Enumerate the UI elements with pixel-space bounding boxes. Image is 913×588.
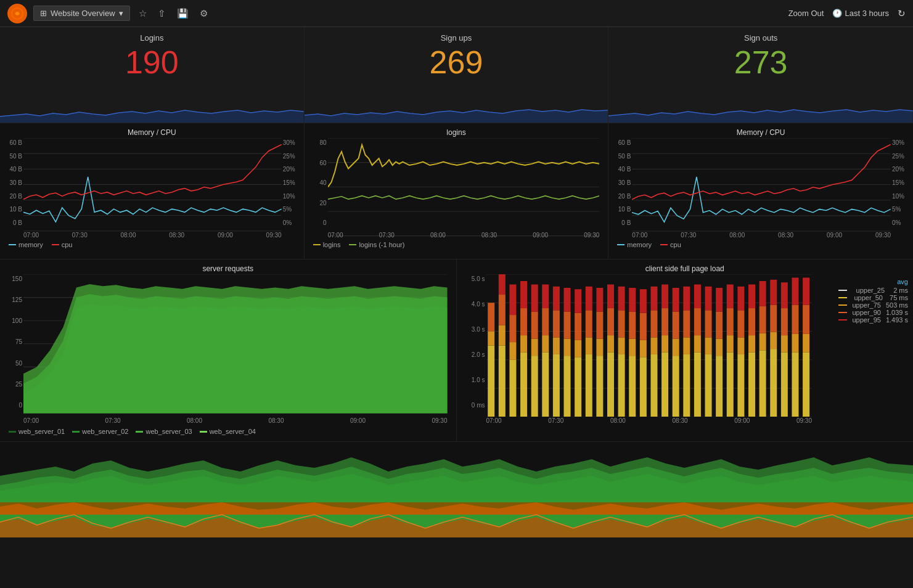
clock-icon: 🕐: [832, 9, 842, 18]
memory-cpu-panel-2: Memory / CPU 60 B50 B40 B30 B20 B10 B0 B…: [608, 123, 913, 259]
web4-color: [200, 431, 207, 433]
settings-button[interactable]: ⚙: [197, 6, 210, 22]
svg-rect-99: [661, 353, 668, 417]
signups-title: Sign ups: [314, 33, 599, 43]
svg-rect-148: [792, 334, 798, 353]
zoom-out-button[interactable]: Zoom Out: [788, 9, 824, 18]
svg-rect-130: [737, 287, 744, 311]
svg-rect-120: [716, 339, 723, 356]
x-axis-2: 07:0007:3008:0008:3009:0009:30: [632, 227, 891, 240]
svg-rect-123: [726, 353, 733, 417]
svg-rect-121: [716, 312, 723, 339]
svg-rect-147: [792, 353, 798, 417]
save-button[interactable]: 💾: [174, 6, 191, 22]
svg-rect-112: [694, 335, 700, 353]
svg-rect-97: [650, 310, 657, 337]
svg-rect-128: [737, 337, 744, 354]
legend-logins-1h: logins (-1 hour): [349, 241, 404, 248]
svg-rect-41: [498, 295, 505, 325]
svg-rect-100: [661, 335, 668, 353]
memory-cpu-chart-2: 60 B50 B40 B30 B20 B10 B0 B 30%25%20%15%…: [611, 138, 911, 240]
chart-legend-1: memory cpu: [2, 240, 301, 250]
svg-rect-36: [488, 346, 494, 417]
svg-rect-73: [585, 310, 592, 337]
svg-rect-103: [672, 356, 679, 417]
svg-rect-70: [575, 289, 581, 313]
memory-label-2: memory: [627, 241, 652, 248]
svg-rect-60: [552, 337, 559, 354]
svg-rect-38: [488, 303, 494, 331]
svg-rect-61: [552, 310, 559, 337]
share-button[interactable]: ⇧: [155, 6, 168, 22]
svg-rect-122: [716, 288, 723, 312]
memory-cpu-svg-2: [632, 138, 891, 232]
chart-legend-logins: logins logins (-1 hour): [307, 240, 606, 250]
svg-rect-54: [531, 285, 538, 312]
svg-rect-154: [803, 278, 809, 305]
dashboard-title-button[interactable]: ⊞ Website Overview ▾: [33, 6, 130, 21]
svg-rect-104: [672, 339, 679, 356]
svg-rect-146: [780, 282, 787, 308]
svg-rect-114: [694, 285, 700, 309]
logins-label: logins: [323, 241, 341, 248]
svg-rect-69: [575, 313, 581, 340]
web2-label: web_server_02: [82, 428, 128, 435]
svg-rect-74: [585, 287, 592, 311]
svg-rect-71: [585, 354, 592, 417]
server-requests-panel: server requests 1501251007550250: [0, 259, 457, 441]
svg-rect-140: [770, 332, 777, 349]
svg-rect-86: [618, 287, 624, 311]
y-axis-client: 5.0 s4.0 s3.0 s2.0 s1.0 s0 ms: [459, 274, 486, 410]
svg-rect-85: [618, 310, 624, 337]
svg-rect-110: [683, 287, 690, 311]
logins-svg: [328, 138, 600, 237]
web1-color: [9, 431, 16, 433]
svg-rect-131: [748, 353, 755, 417]
svg-rect-107: [683, 354, 690, 417]
logins-chart-title: logins: [307, 128, 606, 137]
svg-rect-53: [531, 312, 538, 339]
svg-rect-105: [672, 312, 679, 339]
svg-rect-83: [618, 354, 624, 417]
svg-rect-79: [607, 353, 613, 417]
svg-rect-82: [607, 285, 613, 309]
star-button[interactable]: ☆: [136, 6, 149, 22]
svg-rect-117: [705, 310, 711, 337]
svg-rect-77: [596, 312, 603, 339]
svg-rect-98: [650, 287, 657, 311]
svg-rect-139: [770, 349, 777, 417]
svg-rect-115: [705, 354, 711, 417]
svg-rect-135: [759, 350, 766, 417]
logins-1h-color: [349, 244, 356, 245]
cpu-color-1: [52, 244, 59, 245]
svg-rect-76: [596, 339, 603, 356]
svg-rect-133: [748, 308, 755, 335]
y-axis-right-2: 30%25%20%15%10%5%0%: [891, 138, 911, 227]
svg-rect-153: [803, 305, 809, 334]
overview-panel: [0, 442, 913, 537]
svg-rect-152: [803, 334, 809, 353]
web4-label: web_server_04: [210, 428, 256, 435]
svg-rect-65: [563, 312, 570, 339]
y-axis-left-2: 60 B50 B40 B30 B20 B10 B0 B: [611, 138, 632, 227]
svg-rect-47: [520, 353, 527, 417]
svg-rect-58: [542, 285, 549, 309]
time-range-picker[interactable]: 🕐 Last 3 hours: [832, 9, 889, 18]
svg-rect-94: [639, 289, 646, 313]
svg-rect-80: [607, 335, 613, 353]
svg-rect-72: [585, 337, 592, 354]
svg-rect-57: [542, 308, 549, 335]
x-axis-client: 07:0007:3008:0008:3009:0009:30: [486, 410, 813, 425]
svg-rect-108: [683, 337, 690, 354]
svg-rect-43: [509, 360, 516, 417]
signups-value: 269: [314, 45, 599, 80]
legend-cpu-2: cpu: [660, 241, 681, 248]
svg-rect-136: [759, 333, 766, 351]
chevron-down-icon: ▾: [119, 9, 123, 18]
memory-color-1: [9, 244, 16, 245]
refresh-button[interactable]: ↻: [898, 8, 906, 19]
svg-rect-95: [650, 354, 657, 417]
svg-rect-50: [520, 281, 527, 308]
svg-rect-134: [748, 285, 755, 309]
logins-1h-label: logins (-1 hour): [359, 241, 404, 248]
